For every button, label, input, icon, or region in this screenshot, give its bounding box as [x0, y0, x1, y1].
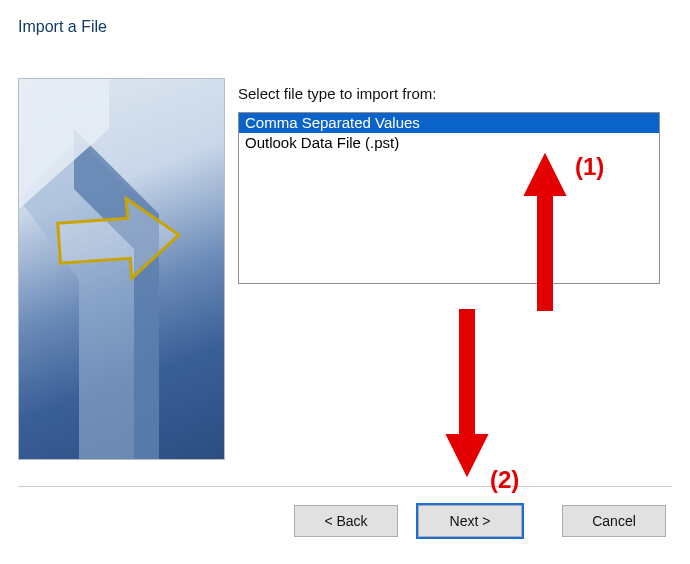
- wizard-decorative-image: [18, 78, 225, 460]
- dialog-button-row: < Back Next > Cancel: [0, 505, 666, 537]
- annotation-label-2: (2): [490, 466, 519, 493]
- dialog-title: Import a File: [18, 18, 107, 36]
- next-button[interactable]: Next >: [418, 505, 522, 537]
- import-file-dialog: Import a File Select file type to import…: [0, 0, 690, 564]
- wizard-arrow-graphic: [19, 79, 224, 459]
- button-divider: [18, 486, 672, 487]
- back-button[interactable]: < Back: [294, 505, 398, 537]
- annotation-arrow-2: (2): [447, 310, 519, 493]
- file-type-option-csv[interactable]: Comma Separated Values: [239, 113, 659, 133]
- cancel-button[interactable]: Cancel: [562, 505, 666, 537]
- file-type-list[interactable]: Comma Separated Values Outlook Data File…: [238, 112, 660, 284]
- file-type-option-pst[interactable]: Outlook Data File (.pst): [239, 133, 659, 153]
- file-type-list-label: Select file type to import from:: [238, 85, 436, 102]
